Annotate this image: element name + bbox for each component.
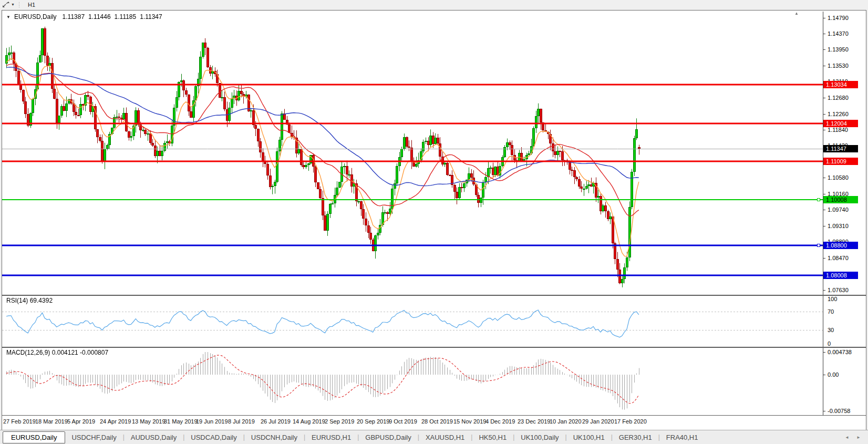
ohlc-open: 1.11387	[63, 13, 85, 20]
macd-tick-label: -0.00758	[828, 408, 850, 414]
price-tick-mark	[823, 114, 825, 115]
date-label: 2 Sep 2019	[325, 418, 354, 425]
date-label: 29 Jan 2020	[582, 418, 614, 425]
date-label: 13 May 2019	[132, 418, 166, 425]
price-tick-mark	[823, 258, 825, 259]
price-tick-mark	[823, 49, 825, 50]
chart-tab-fra40-h1[interactable]: FRA40,H1	[660, 432, 705, 443]
chart-title: ▼ EURUSD,Daily 1.11387 1.11446 1.11185 1…	[6, 13, 162, 20]
price-tick-mark	[823, 130, 825, 130]
price-tick-label: 1.09310	[828, 223, 849, 229]
date-label: 26 Jul 2019	[261, 418, 291, 425]
chart-tab-gbpusd-daily[interactable]: GBPUSD,Daily	[359, 432, 417, 443]
chart-tab-usdcnh-daily[interactable]: USDCNH,Daily	[245, 432, 304, 443]
date-label: 28 Oct 2019	[421, 418, 453, 425]
rsi-axis[interactable]: 10070300	[823, 296, 866, 347]
price-line-tag: 1.08008	[823, 272, 858, 279]
chart-tab-ger30-h1[interactable]: GER30,H1	[613, 432, 658, 443]
timeframe-toolbar: ▼ M1M5M15M30H1H4D1W1MN	[0, 0, 868, 9]
date-label: 8 Jul 2019	[228, 418, 255, 425]
date-label: 10 Jan 2020	[550, 418, 582, 425]
date-label: 15 Nov 2019	[453, 418, 486, 425]
macd-tick-label: 0.00	[828, 371, 839, 378]
price-tick-mark	[823, 34, 825, 34]
date-label: 20 Sep 2019	[357, 418, 389, 425]
price-chart-canvas[interactable]	[2, 12, 823, 295]
chart-tab-audusd-daily[interactable]: AUDUSD,Daily	[125, 432, 183, 443]
rsi-indicator-panel: RSI(14) 69.4392 10070300	[2, 296, 866, 347]
macd-canvas[interactable]	[2, 348, 823, 415]
tab-scroll-arrows[interactable]: ◄ ►	[845, 435, 864, 440]
chart-tab-uk100-daily[interactable]: UK100,Daily	[514, 432, 565, 443]
date-label: 23 Dec 2019	[518, 418, 550, 425]
price-tick-label: 1.14790	[828, 15, 849, 21]
rsi-tick-label: 70	[828, 308, 834, 315]
date-label: 18 Mar 2019	[35, 418, 68, 425]
price-line-tag: 1.10008	[823, 196, 858, 203]
chart-tab-usdchf-daily[interactable]: USDCHF,Daily	[65, 432, 122, 443]
price-tick-mark	[823, 18, 825, 18]
date-label: 19 Jun 2019	[196, 418, 228, 425]
price-tick-label: 1.08470	[828, 255, 849, 261]
price-tick-label: 1.12260	[828, 111, 849, 117]
chart-tab-usdcad-daily[interactable]: USDCAD,Daily	[184, 432, 243, 443]
price-tick-label: 1.09740	[828, 206, 849, 213]
toolbar-grip-handle[interactable]	[18, 2, 20, 8]
rsi-tick-label: 0	[828, 340, 831, 347]
date-label: 27 Feb 2019	[3, 418, 36, 425]
chart-shift-marker[interactable]: ▲	[794, 11, 799, 16]
macd-tick-mark	[823, 352, 825, 353]
price-tick-label: 1.10580	[828, 174, 849, 181]
date-label: 17 Feb 2020	[614, 418, 647, 425]
chart-tab-eurusd-daily[interactable]: EURUSD,Daily	[3, 431, 65, 443]
chart-tab-bar: EURUSD,DailyUSDCHF,Daily|AUDUSD,Daily|US…	[0, 430, 868, 444]
timeframe-button-h1[interactable]: H1	[24, 1, 43, 9]
macd-tick-label: 0.004738	[828, 349, 852, 355]
price-tick-mark	[823, 66, 825, 66]
chart-tab-uk100-h1[interactable]: UK100,H1	[567, 432, 611, 443]
price-tick-mark	[823, 194, 825, 194]
price-tick-label: 1.14370	[828, 30, 849, 37]
current-price-tag: 1.11347	[823, 145, 858, 152]
price-tick-mark	[823, 98, 825, 98]
chart-tab-eurusd-h1[interactable]: EURUSD,H1	[305, 432, 357, 443]
macd-tick-mark	[823, 411, 825, 411]
price-tick-mark	[823, 210, 825, 210]
ohlc-low: 1.11185	[115, 13, 137, 20]
rsi-canvas[interactable]	[2, 296, 823, 347]
price-line-tag: 1.08800	[823, 242, 858, 249]
price-line-tag: 1.13034	[823, 81, 858, 88]
trading-terminal: ▼ M1M5M15M30H1H4D1W1MN ▼ EURUSD,Daily 1.…	[0, 0, 868, 444]
date-label: 24 Apr 2019	[100, 418, 131, 425]
rsi-tick-label: 30	[828, 327, 834, 333]
macd-indicator-panel: MACD(12,26,9) 0.004121 -0.000807 0.00473…	[2, 348, 866, 415]
date-axis[interactable]: 27 Feb 201918 Mar 20195 Apr 201924 Apr 2…	[2, 416, 866, 430]
chart-tab-xauusd-h1[interactable]: XAUUSD,H1	[419, 432, 471, 443]
chevron-down-icon[interactable]: ▼	[11, 3, 15, 6]
price-tick-label: 1.13950	[828, 46, 849, 53]
rsi-label: RSI(14) 69.4392	[6, 297, 53, 304]
chart-menu-caret-icon[interactable]: ▼	[6, 15, 11, 19]
date-label: 4 Dec 2019	[485, 418, 515, 425]
chart-arrows-icon[interactable]	[3, 2, 9, 7]
price-tick-mark	[823, 290, 825, 291]
macd-tick-mark	[823, 375, 825, 375]
price-tick-mark	[823, 226, 825, 226]
price-axis[interactable]: 1.147901.143701.139501.135301.131101.126…	[823, 12, 866, 295]
price-tick-label: 1.13530	[828, 63, 849, 69]
price-line-tag: 1.11009	[823, 158, 858, 165]
price-chart-panel: ▼ EURUSD,Daily 1.11387 1.11446 1.11185 1…	[2, 12, 866, 295]
date-label: 14 Aug 2019	[293, 418, 325, 425]
ohlc-high: 1.11446	[88, 13, 111, 20]
macd-axis[interactable]: 0.0047380.00-0.00758	[823, 348, 866, 415]
chart-window: ▼ EURUSD,Daily 1.11387 1.11446 1.11185 1…	[2, 10, 866, 430]
date-label: 5 Apr 2019	[67, 418, 95, 425]
price-tick-mark	[823, 178, 825, 178]
date-label: 9 Oct 2019	[389, 418, 417, 425]
rsi-tick-label: 100	[828, 296, 837, 302]
chart-tab-hk50-h1[interactable]: HK50,H1	[472, 432, 513, 443]
date-label: 31 May 2019	[164, 418, 198, 425]
price-tick-label: 1.12680	[828, 95, 849, 101]
chart-symbol-label: EURUSD,Daily	[14, 13, 57, 20]
chart-tabs: EURUSD,DailyUSDCHF,Daily|AUDUSD,Daily|US…	[3, 431, 705, 443]
